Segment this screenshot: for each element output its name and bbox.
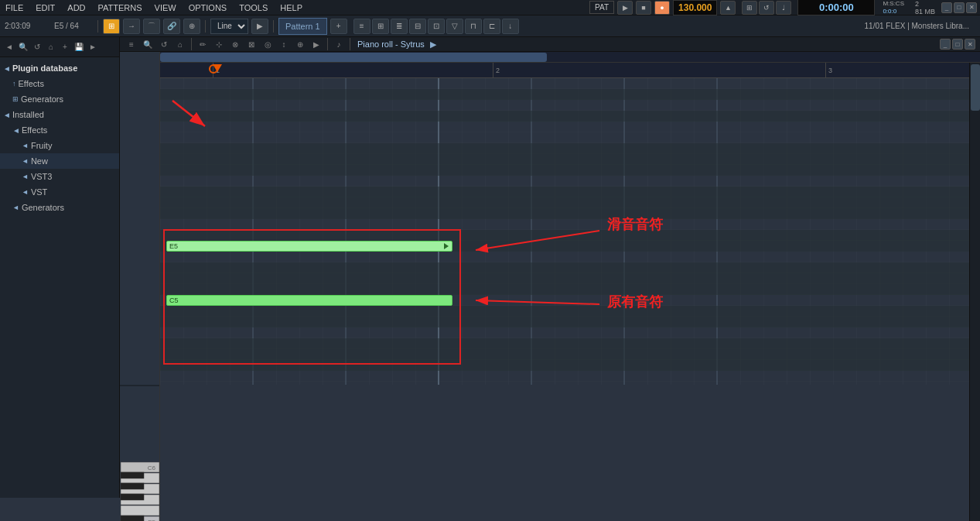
refresh-icon[interactable]: ↺ <box>31 41 43 53</box>
sidebar-item-effects-2[interactable]: ◄ Effects <box>0 122 119 138</box>
pr-refresh-icon[interactable]: ↺ <box>157 37 171 51</box>
sep2 <box>205 20 206 33</box>
nav-back[interactable]: ◄ <box>3 41 15 53</box>
pr-minimize-btn[interactable]: _ <box>940 39 951 50</box>
effects-label-1: Effects <box>19 79 44 88</box>
svg-rect-36 <box>160 89 980 100</box>
menu-help[interactable]: HELP <box>278 3 305 12</box>
search-icon[interactable]: 🔍 <box>17 41 29 53</box>
menu-options[interactable]: OPTIONS <box>186 3 230 12</box>
piano-keys: /* inline will not work in SVG */ C6 C5 <box>120 52 160 521</box>
tool-icon-3[interactable]: ≣ <box>391 19 408 34</box>
tempo-up[interactable]: ▲ <box>720 1 736 15</box>
pr-pencil-icon[interactable]: ✏ <box>196 37 210 51</box>
svg-rect-52 <box>160 349 980 360</box>
curve-icon[interactable]: ⌒ <box>143 19 160 34</box>
menu-add[interactable]: ADD <box>65 3 87 12</box>
sidebar-item-new[interactable]: ◄ New <box>0 153 119 169</box>
sidebar-item-vst3[interactable]: ◄ VST3 <box>0 169 119 184</box>
stamp-icon[interactable]: ⊕ <box>183 19 200 34</box>
menu-edit[interactable]: EDIT <box>33 3 57 12</box>
new-label: New <box>31 156 48 166</box>
pr-slice-icon[interactable]: ↕ <box>277 37 291 51</box>
sidebar-item-generators-1[interactable]: ⊞ Generators <box>0 91 119 107</box>
tool-icon-2[interactable]: ⊞ <box>372 19 389 34</box>
pr-erase-icon[interactable]: ⊗ <box>228 37 242 51</box>
pattern-button[interactable]: Pattern 1 <box>278 18 327 35</box>
pr-title-arrow[interactable]: ▶ <box>430 39 436 50</box>
menu-bar: FILE EDIT ADD PATTERNS VIEW OPTIONS TOOL… <box>0 0 980 15</box>
menu-patterns[interactable]: PATTERNS <box>96 3 145 12</box>
svg-rect-43 <box>160 208 980 219</box>
svg-rect-50 <box>160 317 980 327</box>
pr-maximize-btn[interactable]: □ <box>952 39 963 50</box>
svg-rect-42 <box>160 197 980 208</box>
minimize-button[interactable]: _ <box>941 2 952 13</box>
filter-icon[interactable]: ▽ <box>446 19 463 34</box>
note-area[interactable]: E5 C5 <box>160 78 980 385</box>
svg-rect-47 <box>160 273 980 284</box>
play-button[interactable]: ▶ <box>617 1 633 15</box>
loop-icon[interactable]: ↺ <box>759 1 774 15</box>
menu-file[interactable]: FILE <box>3 3 26 12</box>
pat-label: PAT <box>589 1 614 14</box>
maximize-button[interactable]: □ <box>954 2 965 13</box>
tool-icon-7[interactable]: ⊏ <box>483 19 500 34</box>
line-arrow-icon[interactable]: ▶ <box>251 19 268 34</box>
menu-view[interactable]: VIEW <box>152 3 179 12</box>
pr-menu-btn[interactable]: ≡ <box>125 37 138 51</box>
hscroll-thumb[interactable] <box>160 53 547 62</box>
snap-icon[interactable]: ⊞ <box>742 1 757 15</box>
nav-forward[interactable]: ► <box>87 41 99 53</box>
sidebar-item-vst[interactable]: ◄ VST <box>0 184 119 200</box>
sidebar-item-generators-2[interactable]: ◄ Generators <box>0 200 119 215</box>
bpm-display[interactable]: 130.000 <box>673 0 717 15</box>
sidebar-add[interactable]: + <box>59 41 71 53</box>
pr-desel-icon[interactable]: ⊠ <box>244 37 258 51</box>
pr-select-icon[interactable]: ⊹ <box>212 37 226 51</box>
sidebar-save[interactable]: 💾 <box>73 41 85 53</box>
hscroll-top[interactable] <box>160 52 980 63</box>
tool-icon-5[interactable]: ⊡ <box>428 19 445 34</box>
sidebar-item-plugin-database[interactable]: ◄ Plugin database <box>0 60 119 76</box>
arrow-right-icon[interactable]: → <box>123 19 140 34</box>
division-display: E5 / 64 <box>54 22 93 30</box>
link-icon[interactable]: 🔗 <box>163 19 180 34</box>
pattern-add-icon[interactable]: + <box>330 19 347 34</box>
sidebar-item-fruity[interactable]: ◄ Fruity <box>0 138 119 153</box>
vscroll-thumb[interactable] <box>971 64 980 111</box>
close-button[interactable]: ✕ <box>966 2 977 13</box>
metro-icon[interactable]: ♩ <box>776 1 791 15</box>
installed-arrow: ◄ <box>3 111 11 119</box>
svg-rect-6 <box>121 483 144 489</box>
pr-speaker-icon[interactable]: ♪ <box>332 37 346 51</box>
sidebar-item-installed[interactable]: ◄ Installed <box>0 107 119 122</box>
line-select[interactable]: Line <box>210 19 248 34</box>
pr-search-icon[interactable]: 🔍 <box>141 37 155 51</box>
menu-tools[interactable]: TOOLS <box>237 3 270 12</box>
nav-home[interactable]: ⌂ <box>45 41 57 53</box>
note-e5-label: E5 <box>169 242 178 250</box>
tool-icon-6[interactable]: ⊓ <box>465 19 482 34</box>
note-e5[interactable]: E5 <box>166 241 452 252</box>
pr-home-icon[interactable]: ⌂ <box>173 37 187 51</box>
expand-icon: ◄ <box>3 64 11 73</box>
pr-mute-icon[interactable]: ◎ <box>261 37 275 51</box>
pr-close-btn[interactable]: ✕ <box>965 39 975 50</box>
note-c5[interactable]: C5 <box>166 295 452 306</box>
note-grid[interactable]: 1 2 3 <box>160 52 980 521</box>
sidebar-item-effects-1[interactable]: ↑ Effects <box>0 76 119 91</box>
stop-button[interactable]: ■ <box>636 1 651 15</box>
fruity-label: Fruity <box>31 141 53 150</box>
tool-icon-4[interactable]: ⊟ <box>409 19 426 34</box>
plugin-database-label: Plugin database <box>12 63 77 73</box>
grid-svg <box>160 78 980 385</box>
record-button[interactable]: ● <box>654 1 670 15</box>
svg-rect-39 <box>160 154 980 165</box>
mixer-icon[interactable]: ⊞ <box>103 19 120 34</box>
tool-icon-1[interactable]: ≡ <box>353 19 370 34</box>
pr-zoom-icon[interactable]: ⊕ <box>293 37 307 51</box>
vscrollbar[interactable] <box>969 63 980 521</box>
tool-icon-8[interactable]: ↓ <box>502 19 519 34</box>
pr-play-icon[interactable]: ▶ <box>309 37 323 51</box>
